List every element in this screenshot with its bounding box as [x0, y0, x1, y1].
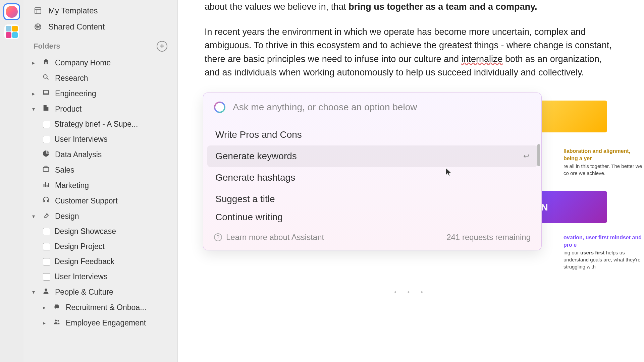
nav-my-templates[interactable]: My Templates	[30, 3, 171, 19]
assistant-footer: ? Learn more about Assistant 241 request…	[203, 227, 541, 250]
nav-shared-content[interactable]: Shared Content	[30, 19, 171, 35]
folder-employee-engagement[interactable]: ▸ Employee Engagement	[30, 315, 171, 330]
app-logo-icon	[6, 6, 18, 18]
folder-label: Company Home	[55, 58, 111, 67]
option-label: Continue writing	[215, 212, 283, 223]
chevron-down-icon: ▾	[32, 106, 38, 112]
chevron-down-icon: ▾	[32, 213, 38, 220]
person-icon	[42, 287, 51, 297]
building-icon	[42, 104, 51, 114]
text-bold: bring us together as a team and a compan…	[348, 2, 537, 12]
svg-rect-9	[43, 200, 45, 202]
people-icon	[53, 318, 62, 327]
car-icon	[53, 303, 62, 312]
workspace-grid-icon	[4, 24, 19, 39]
svg-point-11	[45, 289, 47, 291]
app-rail	[0, 0, 23, 362]
folder-label: Marketing	[55, 181, 89, 190]
folder-sales[interactable]: Sales	[30, 162, 171, 178]
sidebar: My Templates Shared Content Folders + ▸ …	[23, 0, 178, 362]
folder-marketing[interactable]: Marketing	[30, 178, 171, 193]
headset-icon	[42, 196, 51, 205]
laptop-icon	[42, 89, 51, 98]
assistant-popup: Write Pros and Cons Generate keywords ↩ …	[203, 93, 542, 250]
doc-label: Design Feedback	[54, 257, 114, 266]
folder-recruitment[interactable]: ▸ Recruitment & Onboa...	[30, 300, 171, 315]
folder-product[interactable]: ▾ Product	[30, 101, 171, 117]
option-suggest-title[interactable]: Suggest a title	[207, 188, 537, 210]
doc-paragraph-2: In recent years the environment in which…	[205, 25, 617, 79]
document-icon	[43, 258, 50, 265]
folder-label: Design	[55, 212, 79, 221]
svg-point-12	[55, 320, 57, 322]
doc-label: Strategy brief - A Supe...	[54, 120, 138, 129]
document-icon	[43, 121, 50, 128]
app-icon-main[interactable]	[3, 3, 20, 20]
folder-engineering[interactable]: ▸ Engineering	[30, 86, 171, 101]
folder-data-analysis[interactable]: Data Analysis	[30, 147, 171, 162]
template-icon	[34, 6, 42, 15]
option-generate-hashtags[interactable]: Generate hashtags	[207, 167, 537, 188]
doc-user-interviews-design[interactable]: User Interviews	[30, 269, 171, 284]
card-body: re all in this together. The better we c…	[564, 163, 644, 177]
doc-design-showcase[interactable]: Design Showcase	[30, 224, 171, 239]
option-continue-writing[interactable]: Continue writing	[207, 210, 537, 225]
svg-point-13	[57, 320, 59, 322]
folders-label: Folders	[34, 42, 60, 51]
option-pros-cons[interactable]: Write Pros and Cons	[207, 124, 537, 145]
option-label: Generate hashtags	[215, 172, 295, 183]
folder-label: Recruitment & Onboa...	[66, 303, 146, 312]
folders-header: Folders +	[30, 35, 171, 55]
learn-more-link[interactable]: ? Learn more about Assistant	[214, 233, 324, 242]
svg-line-5	[47, 78, 48, 79]
document-canvas[interactable]: about the values we believe in, that bri…	[178, 0, 644, 362]
card-collaboration-text: llaboration and alignment, being a yer r…	[564, 147, 644, 177]
share-icon	[34, 22, 42, 31]
folder-label: Customer Support	[55, 196, 118, 205]
doc-label: Design Showcase	[54, 227, 116, 236]
doc-label: User Interviews	[54, 272, 107, 281]
chevron-right-icon: ▸	[32, 90, 38, 97]
add-folder-button[interactable]: +	[157, 41, 167, 52]
folder-customer-support[interactable]: Customer Support	[30, 193, 171, 208]
assistant-logo-icon	[214, 102, 225, 113]
folder-label: Employee Engagement	[66, 318, 146, 327]
folder-design[interactable]: ▾ Design	[30, 208, 171, 224]
document-icon	[43, 243, 50, 250]
folder-label: People & Culture	[55, 288, 113, 297]
search-icon	[42, 73, 51, 83]
home-icon	[42, 58, 51, 67]
nav-label: Shared Content	[48, 22, 105, 32]
pie-chart-icon	[42, 150, 51, 159]
option-label: Write Pros and Cons	[215, 129, 302, 140]
learn-more-label: Learn more about Assistant	[226, 233, 324, 242]
folder-company-home[interactable]: ▸ Company Home	[30, 55, 171, 70]
pen-icon	[42, 212, 51, 221]
folder-label: Product	[55, 105, 82, 114]
doc-design-project[interactable]: Design Project	[30, 239, 171, 254]
option-label: Generate keywords	[215, 151, 297, 162]
option-generate-keywords[interactable]: Generate keywords ↩	[207, 145, 537, 167]
app-icon-workspace[interactable]	[3, 23, 20, 40]
assistant-input-row	[203, 93, 541, 122]
card-innovation-text: ovation, user first mindset and pro e in…	[564, 234, 644, 270]
spellcheck-error[interactable]: internalize	[461, 54, 502, 64]
page-more-indicator: • • •	[394, 289, 428, 296]
chevron-right-icon: ▸	[43, 304, 49, 311]
doc-design-feedback[interactable]: Design Feedback	[30, 254, 171, 269]
svg-rect-0	[35, 8, 41, 14]
folder-people-culture[interactable]: ▾ People & Culture	[30, 284, 171, 300]
assistant-input[interactable]	[233, 102, 531, 113]
folder-research[interactable]: Research	[30, 70, 171, 86]
help-icon: ?	[214, 233, 222, 241]
requests-remaining: 241 requests remaining	[446, 233, 531, 242]
doc-strategy-brief[interactable]: Strategy brief - A Supe...	[30, 117, 171, 132]
briefcase-icon	[42, 165, 51, 175]
assistant-options-list: Write Pros and Cons Generate keywords ↩ …	[203, 122, 541, 227]
scrollbar-thumb[interactable]	[537, 144, 540, 166]
doc-label: Design Project	[54, 242, 105, 251]
doc-user-interviews[interactable]: User Interviews	[30, 132, 171, 147]
enter-key-icon: ↩	[523, 152, 529, 161]
chevron-right-icon: ▸	[43, 320, 49, 326]
chevron-down-icon: ▾	[32, 289, 38, 295]
